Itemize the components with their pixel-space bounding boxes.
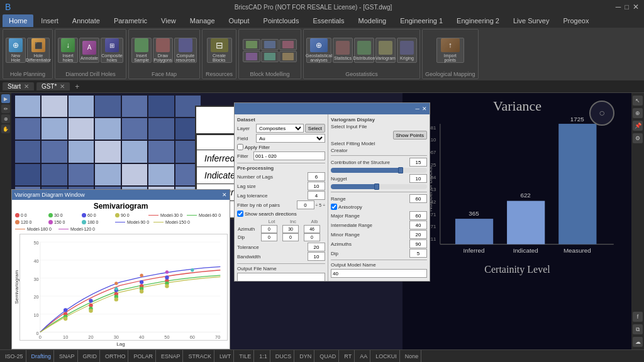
- output-file-input[interactable]: [237, 273, 325, 281]
- range-input[interactable]: [409, 194, 427, 203]
- zoom-icon[interactable]: ⊕: [633, 108, 643, 118]
- tolerance-input[interactable]: [308, 243, 325, 251]
- dip2-input[interactable]: [409, 249, 427, 258]
- status-grid[interactable]: GRID: [80, 350, 101, 362]
- bandwidth-input[interactable]: [308, 252, 325, 261]
- tab-pointclouds[interactable]: Pointclouds: [257, 14, 306, 27]
- filter-input[interactable]: [253, 151, 325, 160]
- major-range-input[interactable]: [409, 211, 427, 220]
- tab-essentials[interactable]: Essentials: [306, 14, 350, 27]
- bm-btn6[interactable]: [279, 51, 297, 62]
- hole-differentiator-btn[interactable]: ⬛ HoleDifferentiator: [27, 38, 50, 63]
- close-gst-tab[interactable]: ✕: [60, 83, 65, 90]
- close-btn[interactable]: ✕: [633, 3, 639, 11]
- tab-home[interactable]: Home: [3, 14, 33, 27]
- status-strack[interactable]: STRACK: [186, 350, 214, 362]
- cursor-icon[interactable]: ↖: [633, 96, 643, 106]
- draw-polygons-btn[interactable]: DrawPolygons: [153, 38, 173, 63]
- bm-btn3[interactable]: [279, 39, 297, 50]
- variogram-btn[interactable]: Variogram: [375, 38, 396, 63]
- dip-input-2[interactable]: [282, 233, 299, 241]
- tab-progeox[interactable]: Progeox: [557, 14, 595, 27]
- composite-holes-btn[interactable]: ⊞ Compositeholes: [101, 38, 123, 63]
- status-ducs[interactable]: DUCS: [273, 350, 295, 362]
- tab-insert[interactable]: Insert: [35, 14, 65, 27]
- compute-resources-btn[interactable]: Computeresources: [174, 38, 197, 63]
- settings-icon[interactable]: ⚙: [633, 133, 643, 143]
- dip-input-3[interactable]: [304, 233, 320, 241]
- status-rt[interactable]: RT: [341, 350, 355, 362]
- dip-input-1[interactable]: [261, 233, 277, 241]
- contribution-input[interactable]: [409, 158, 427, 167]
- draw-tool-btn[interactable]: ✏: [1, 104, 10, 113]
- azimuth-input-1[interactable]: [261, 225, 277, 233]
- geostatistical-analyses-btn[interactable]: ⊕ Geostatisticalanalyses: [306, 38, 331, 63]
- tab-live-survey[interactable]: Live Survey: [507, 14, 555, 27]
- bm-btn5[interactable]: [261, 51, 279, 62]
- select-btn[interactable]: Select: [305, 124, 325, 133]
- status-ortho[interactable]: ORTHO: [103, 350, 128, 362]
- status-lwt[interactable]: LWT: [217, 350, 234, 362]
- intermediate-range-input[interactable]: [409, 221, 427, 229]
- bm-btn4[interactable]: [243, 51, 260, 62]
- kriging-btn[interactable]: Kriging: [397, 38, 417, 63]
- minor-range-input[interactable]: [409, 230, 427, 239]
- bm-btn2[interactable]: [261, 39, 279, 50]
- status-esnap[interactable]: ESNAP: [158, 350, 184, 362]
- close-semivariogram-btn[interactable]: ✕: [222, 192, 227, 198]
- nugget-slider[interactable]: [331, 184, 427, 189]
- tab-annotate[interactable]: Annotate: [66, 14, 106, 27]
- status-quad[interactable]: QUAD: [317, 350, 339, 362]
- tab-output[interactable]: Output: [223, 14, 256, 27]
- layer-select[interactable]: Composites: [256, 124, 304, 133]
- tab-modeling[interactable]: Modeling: [352, 14, 393, 27]
- dialog-close-btn[interactable]: ✕: [422, 106, 427, 112]
- status-lockui[interactable]: LOCKUI: [373, 350, 400, 362]
- pin-icon[interactable]: 📌: [633, 121, 643, 131]
- nugget-input[interactable]: [409, 174, 427, 183]
- cloud-icon[interactable]: ☁: [633, 337, 643, 347]
- insert-holes-btn[interactable]: ↓ Insertholes: [58, 38, 78, 63]
- azimuth-input-2[interactable]: [282, 225, 299, 233]
- new-hole-btn[interactable]: ⊕ NewHole: [6, 38, 26, 63]
- status-drafting[interactable]: Drafting: [29, 350, 55, 362]
- tab-eng1[interactable]: Engineering 1: [394, 14, 449, 27]
- apply-filter-checkbox[interactable]: [237, 144, 243, 150]
- status-dyn[interactable]: DYN: [297, 350, 314, 362]
- create-blocks-btn[interactable]: ⊟ CreateBlocks: [207, 38, 232, 63]
- select-tool-btn[interactable]: ▶: [1, 94, 10, 103]
- distribution-btn[interactable]: Distribution: [354, 38, 374, 63]
- azimuths-input[interactable]: [409, 239, 427, 248]
- maximize-btn[interactable]: □: [625, 3, 629, 11]
- tab-view[interactable]: View: [155, 14, 182, 27]
- contribution-slider[interactable]: [331, 168, 427, 173]
- status-scale[interactable]: 1:1: [257, 350, 270, 362]
- close-start-tab[interactable]: ✕: [24, 83, 29, 90]
- filter-pairs-input[interactable]: [297, 200, 314, 209]
- add-tab-btn[interactable]: +: [75, 82, 79, 91]
- annotate-btn[interactable]: A Annotate: [79, 38, 99, 63]
- status-polar[interactable]: POLAR: [131, 350, 156, 362]
- sub-tab-start[interactable]: Start ✕: [3, 82, 34, 90]
- status-snap[interactable]: SNAP: [57, 350, 78, 362]
- status-tile[interactable]: TILE: [236, 350, 254, 362]
- status-iso25[interactable]: ISO-25: [3, 350, 26, 362]
- lag-tolerance-input[interactable]: [308, 191, 325, 200]
- statistics-btn[interactable]: Statistics: [333, 38, 353, 63]
- layer-icon[interactable]: ⧉: [633, 324, 643, 334]
- pan-tool-btn[interactable]: ✋: [1, 124, 10, 133]
- sub-tab-gst[interactable]: GST* ✕: [36, 82, 70, 90]
- output-model-input[interactable]: [331, 269, 427, 278]
- bm-btn1[interactable]: [243, 39, 260, 50]
- azimuth-input-3[interactable]: [304, 225, 320, 233]
- status-aa[interactable]: AA: [357, 350, 370, 362]
- anisotropy-checkbox[interactable]: [331, 204, 337, 210]
- import-points-btn[interactable]: ↑ Importpoints: [436, 38, 464, 63]
- tab-manage[interactable]: Manage: [184, 14, 221, 27]
- minimize-btn[interactable]: ─: [616, 3, 621, 11]
- insert-sample-btn[interactable]: InsertSample: [131, 38, 152, 63]
- lag-size-input[interactable]: [308, 182, 325, 190]
- num-lags-input[interactable]: [308, 172, 325, 181]
- dialog-minimize-btn[interactable]: ─: [416, 106, 419, 112]
- show-points-btn[interactable]: Show Points: [393, 131, 427, 140]
